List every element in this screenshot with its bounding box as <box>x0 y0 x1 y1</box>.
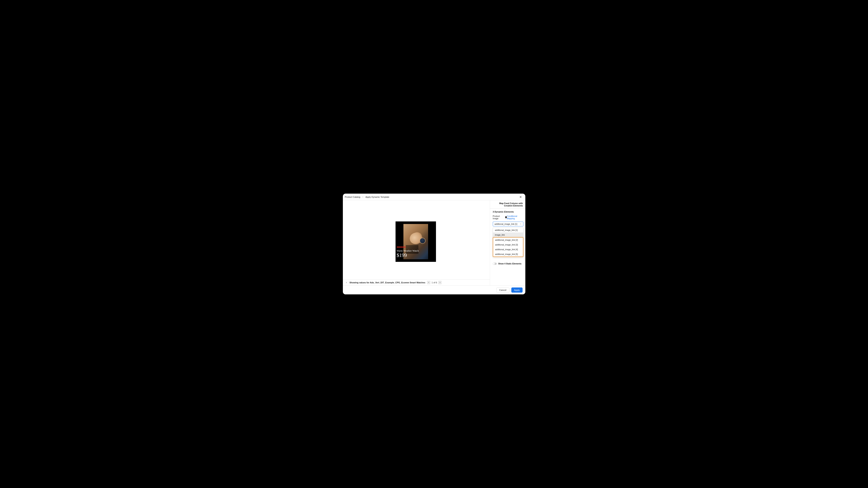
svg-marker-3 <box>440 282 440 283</box>
dropdown-option[interactable]: additional_image_link [5] <box>493 252 523 257</box>
static-elements-toggle[interactable] <box>493 263 497 265</box>
cancel-button[interactable]: Cancel <box>496 288 509 293</box>
sidebar: Map Feed Column with Creative Elements 3… <box>490 200 525 285</box>
modal-footer: Cancel Apply <box>343 285 525 294</box>
sidebar-body: 3 Dynamic Elements Product Image i Condi… <box>490 208 525 265</box>
dropdown-option[interactable]: additional_image_link [3] <box>493 242 523 247</box>
close-button[interactable] <box>519 195 523 199</box>
expand-icon[interactable] <box>345 281 348 284</box>
dynamic-elements-count: 3 Dynamic Elements <box>493 210 523 213</box>
showing-values-label: Showing values for Ads_Vert_DIT_Example_… <box>349 281 425 284</box>
breadcrumb-current: Apply Dynamic Template <box>365 196 389 198</box>
apply-dynamic-template-modal: Product Catalog Apply Dynamic Template W… <box>343 194 525 294</box>
chevron-right-icon <box>362 196 364 198</box>
caret-left-icon <box>428 282 430 283</box>
pager: 1 of 6 <box>427 281 442 284</box>
chevron-up-icon <box>520 223 522 225</box>
modal-body: Warm Weather Watch $199 Showing values f… <box>343 200 525 285</box>
product-price: $199 <box>397 253 435 258</box>
info-icon[interactable]: i <box>505 216 507 218</box>
breadcrumb: Product Catalog Apply Dynamic Template <box>345 196 390 198</box>
dropdown-option[interactable]: image_link <box>493 232 523 237</box>
product-image-select[interactable]: additional_image_link [1] <box>493 222 523 226</box>
dropdown-options-highlighted: additional_image_link [2] additional_ima… <box>493 237 523 257</box>
pager-label: 1 of 6 <box>432 281 437 284</box>
modal-header: Product Catalog Apply Dynamic Template <box>343 194 525 200</box>
dropdown-option[interactable]: additional_image_link [2] <box>493 237 523 242</box>
dropdown-options-top: additional_image_link [1] image_link <box>493 228 523 237</box>
select-dropdown: additional_image_link [1] image_link add… <box>493 228 523 257</box>
caret-right-icon <box>439 282 441 283</box>
breadcrumb-root[interactable]: Product Catalog <box>345 196 361 198</box>
creative-preview[interactable]: Warm Weather Watch $199 <box>396 221 436 262</box>
select-value: additional_image_link [1] <box>495 223 518 225</box>
pager-prev-button[interactable] <box>427 281 430 284</box>
accent-bar <box>397 247 406 248</box>
apply-button[interactable]: Apply <box>511 288 523 293</box>
sidebar-header: Map Feed Column with Creative Elements <box>490 200 525 208</box>
canvas-column: Warm Weather Watch $199 Showing values f… <box>343 200 490 285</box>
static-elements-toggle-row: Show 4 Static Elements <box>493 262 523 265</box>
static-elements-toggle-label: Show 4 Static Elements <box>498 262 522 265</box>
canvas-footer: Showing values for Ads_Vert_DIT_Example_… <box>343 280 490 285</box>
field-label-row: Product Image i Conditional Mapping <box>493 215 523 220</box>
pager-next-button[interactable] <box>438 281 442 284</box>
dropdown-option[interactable]: additional_image_link [4] <box>493 247 523 252</box>
conditional-mapping-link[interactable]: Conditional Mapping <box>507 215 523 220</box>
field-label: Product Image i <box>493 215 507 220</box>
preview-overlay: Warm Weather Watch $199 <box>397 247 435 258</box>
product-title: Warm Weather Watch <box>397 250 435 252</box>
svg-marker-2 <box>428 282 429 283</box>
close-icon <box>519 196 522 198</box>
canvas-area[interactable]: Warm Weather Watch $199 <box>343 200 490 280</box>
field-label-text: Product Image <box>493 215 504 220</box>
dropdown-option[interactable]: additional_image_link [1] <box>493 228 523 232</box>
